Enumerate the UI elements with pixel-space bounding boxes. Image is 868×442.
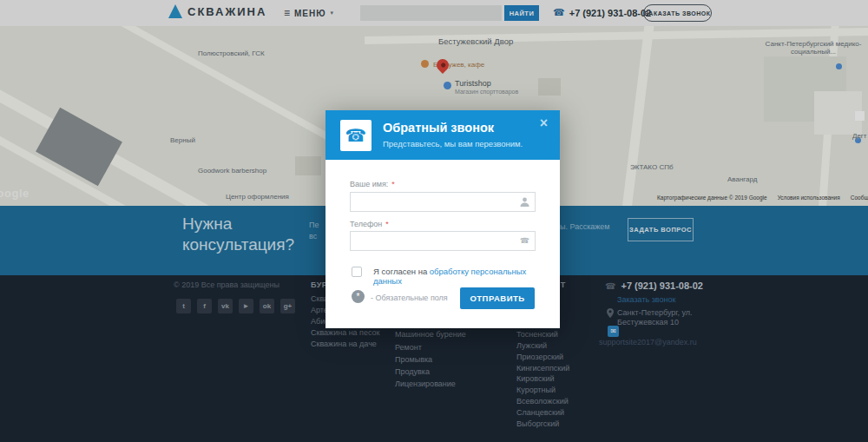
callback-modal: ☎ Обратный звонок Представьтесь, мы вам …: [326, 110, 560, 328]
phone-field[interactable]: [350, 231, 536, 251]
phone-field-label: Телефон*: [350, 220, 389, 228]
required-asterisk: *: [385, 220, 389, 228]
phone-icon: ☎: [520, 236, 529, 245]
consent-text: Я согласен на обработку персональных дан…: [373, 267, 538, 286]
name-field[interactable]: [350, 192, 536, 212]
page: СКВАЖИНА ≡ МЕНЮ ▾ НАЙТИ ☎ +7 (921) 931-0…: [0, 0, 868, 442]
phone-icon: ☎: [340, 120, 372, 151]
name-label-text: Ваше имя:: [350, 180, 388, 188]
name-field-label: Ваше имя:*: [350, 180, 395, 188]
callback-modal-header: ☎ Обратный звонок Представьтесь, мы вам …: [326, 110, 560, 160]
modal-title: Обратный звонок: [383, 121, 494, 135]
person-icon: [520, 197, 529, 207]
required-fields-note: - Обязательные поля: [371, 294, 448, 302]
modal-subtitle: Представьтесь, мы вам перезвоним.: [383, 139, 523, 148]
required-asterisk: *: [391, 180, 395, 188]
submit-button[interactable]: ОТПРАВИТЬ: [460, 287, 535, 309]
close-icon[interactable]: ×: [540, 115, 548, 131]
consent-prefix: Я согласен на: [373, 267, 430, 276]
required-badge-icon: *: [352, 290, 365, 303]
phone-label-text: Телефон: [350, 220, 382, 228]
consent-checkbox[interactable]: [352, 267, 362, 277]
